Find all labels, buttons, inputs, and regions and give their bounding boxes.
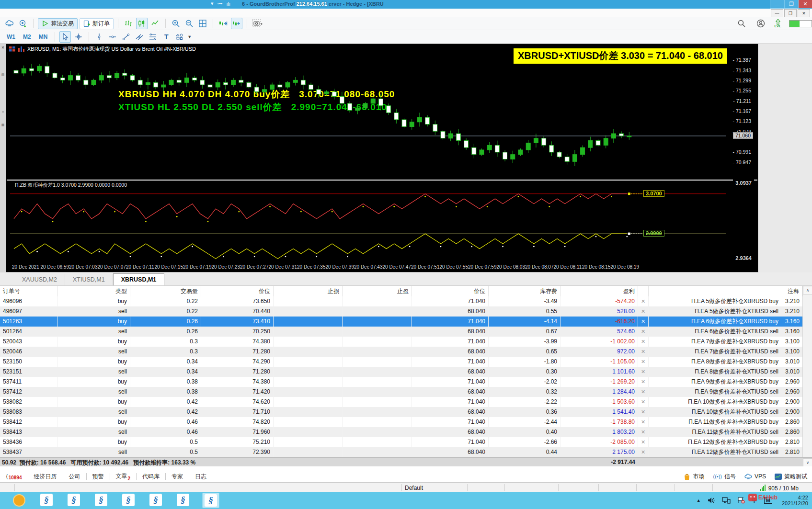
table-scrollbar[interactable]: ∧ [802,286,812,466]
taskbar-app-mt-4[interactable]: § [148,493,164,507]
bars-chart-icon[interactable] [123,18,134,29]
table-row[interactable]: 538437sell0.572.39068.0400.442 175.00✕П.… [0,447,812,457]
chart-tab-xbrusdm1[interactable]: XBRUSD,M1 [113,273,165,285]
market-button[interactable]: 市场 [684,473,704,481]
table-row[interactable]: 496096buy0.2273.65071.040-3.49-574.20✕П.… [0,296,812,306]
taskbar-app-mt-3[interactable]: § [120,493,137,507]
child-minimize-button[interactable]: — [771,9,783,17]
level-up-icon[interactable]: LVL [774,19,781,28]
scroll-to-end-icon[interactable] [217,18,229,29]
toolbox-tab-6[interactable]: 日志 [189,473,212,481]
taskbar-app-mt-6[interactable]: § [202,493,219,508]
crosshair-tool-icon[interactable] [73,31,84,43]
child-close-button[interactable]: ✕ [798,9,810,17]
scroll-up-icon[interactable]: ∧ [803,286,812,294]
chart-tab-xauusdm2[interactable]: XAUUSD,M2 [14,274,65,285]
taskbar-app-orange[interactable] [11,493,27,508]
toolbox-tab-4[interactable]: 代码库 [137,473,165,481]
cursor-tool-icon[interactable] [59,31,71,43]
close-position-icon[interactable]: ✕ [638,397,649,407]
table-row[interactable]: 537411buy0.3874.38071.040-2.02-1 269.20✕… [0,377,812,387]
table-row[interactable]: 520043buy0.374.38071.040-3.99-1 002.00✕П… [0,337,812,347]
timeframe-w1-button[interactable]: W1 [4,33,18,41]
table-row[interactable]: 523150buy0.3474.29071.040-1.80-1 105.00✕… [0,357,812,367]
toolbox-tab-3[interactable]: 文章2 [110,472,137,481]
chart-tab-xtiusdm1[interactable]: XTIUSD,M1 [65,274,113,285]
pin-icon[interactable]: ⊶ [217,0,223,7]
quick-access-dropdown-icon[interactable]: ▾ [211,0,214,7]
toolbox-tab-2[interactable]: 预警 [87,473,110,481]
close-position-icon[interactable]: ✕ [638,387,649,397]
table-row[interactable]: 538083sell0.4271.71068.0400.361 541.40✕П… [0,407,812,417]
candlestick-plot[interactable] [10,55,726,174]
screenshot-camera-icon[interactable] [252,18,263,29]
zoom-out-icon[interactable] [183,18,195,29]
chart-window[interactable]: XBRUSD, M1: 英国布伦特原油现货 US Dollar vs Brent… [6,44,758,272]
toolbox-tab-0[interactable]: 经济日历 [28,473,63,481]
strategy-tester-button[interactable]: 策略测试 [775,473,807,481]
action-center-flag-icon[interactable] [737,497,745,504]
chart-shift-icon[interactable] [231,18,242,29]
table-row[interactable]: 537412sell0.3871.42068.0400.321 284.40✕П… [0,387,812,397]
close-position-icon[interactable]: ✕ [638,296,649,306]
taskbar-app-mt-1[interactable]: § [66,493,82,507]
toolbox-tab-trade[interactable]: ⟨10894 [0,473,28,480]
shapes-dropdown-icon[interactable]: ▼ [187,34,192,39]
network-icon[interactable] [722,497,731,504]
taskbar-clock[interactable]: 4:22 2021/12/20 [782,495,808,506]
algo-trading-button[interactable]: 算法交易 [38,18,78,29]
close-position-icon[interactable]: ✕ [638,357,649,367]
table-row[interactable]: 496097sell0.2270.44068.0400.55528.00✕П.E… [0,306,812,317]
close-position-icon[interactable]: ✕ [638,377,649,387]
table-row[interactable]: 538413sell0.4671.96068.0400.401 803.20✕П… [0,427,812,437]
taskbar-app-mt-2[interactable]: § [93,493,109,507]
close-position-icon[interactable]: ✕ [638,347,649,357]
close-position-icon[interactable]: ✕ [638,447,649,457]
close-position-icon[interactable]: ✕ [638,327,649,337]
channel-tool-icon[interactable] [134,31,145,43]
new-order-button[interactable]: 新订单 [80,18,114,29]
candles-chart-icon[interactable] [136,18,148,29]
search-icon[interactable] [736,18,747,29]
zoom-in-icon[interactable] [170,18,182,29]
toolbox-tab-1[interactable]: 公司 [63,473,86,481]
close-position-icon[interactable]: ✕ [638,337,649,347]
text-tool-icon[interactable]: T [160,31,172,43]
dock-close-icon[interactable]: ✕ [0,44,6,50]
close-position-icon[interactable]: ✕ [638,317,649,327]
table-row[interactable]: 501263buy0.2673.41071.040-4.14-616.20✕П.… [0,317,812,327]
timeframe-mn-button[interactable]: MN [36,33,51,41]
trendline-tool-icon[interactable] [120,31,132,43]
tile-windows-icon[interactable] [197,18,208,29]
restore-button[interactable]: ❐ [784,0,799,9]
close-position-icon[interactable]: ✕ [638,427,649,437]
user-account-icon[interactable] [755,18,766,29]
taskbar-app-mt-0[interactable]: § [38,493,55,507]
table-row[interactable]: 523151sell0.3471.28068.0400.301 101.60✕П… [0,367,812,377]
table-row[interactable]: 538412buy0.4674.82071.040-2.44-1 738.80✕… [0,417,812,427]
table-row[interactable]: 501264sell0.2670.25068.0400.67574.60✕П.E… [0,327,812,337]
broadcast-add-icon[interactable] [17,18,29,29]
minimize-button[interactable]: — [770,0,784,9]
volume-icon[interactable] [708,497,715,504]
table-row[interactable]: 538436buy0.575.21071.040-2.66-2 085.00✕П… [0,437,812,447]
close-position-icon[interactable]: ✕ [638,437,649,447]
close-position-icon[interactable]: ✕ [638,407,649,417]
subwindow-splitter[interactable] [7,180,757,181]
close-position-icon[interactable]: ✕ [638,367,649,377]
vertical-line-tool-icon[interactable] [93,31,105,43]
horizontal-line-tool-icon[interactable] [107,31,118,43]
table-row[interactable]: 520046sell0.371.28068.0400.65972.00✕П.EA… [0,347,812,357]
tray-expand-icon[interactable]: ▲ [697,498,701,503]
profile-name[interactable]: Default [405,485,423,491]
scroll-down-table-icon[interactable]: ∨ [803,458,812,467]
toolbox-tab-5[interactable]: 专家 [166,473,189,481]
close-position-icon[interactable]: ✕ [638,417,649,427]
vps-button[interactable]: VPS [744,473,766,480]
table-row[interactable]: 538082buy0.4274.62071.040-2.22-1 503.60✕… [0,397,812,407]
signals-button[interactable]: ((•)) 信号 [713,473,736,481]
child-restore-button[interactable]: ❐ [784,9,797,17]
indicator-plot[interactable] [10,182,726,261]
cloud-icon[interactable] [4,18,15,29]
line-chart-icon[interactable] [149,18,161,29]
